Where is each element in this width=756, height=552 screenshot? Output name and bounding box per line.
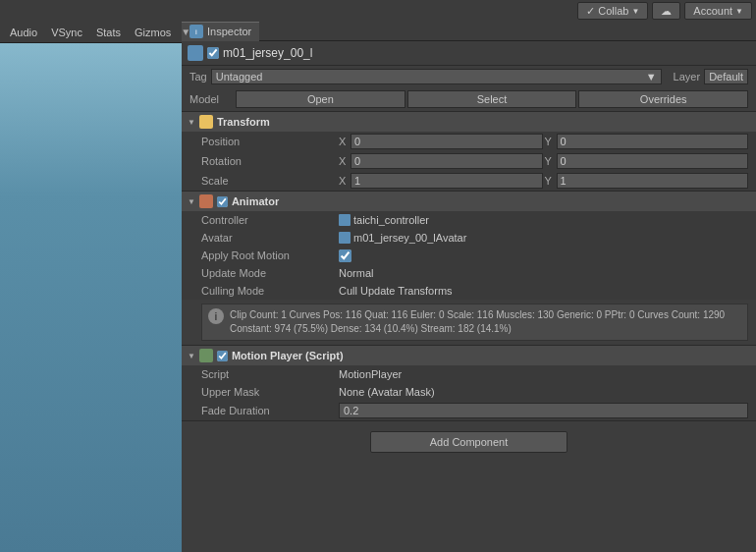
script-ref: MotionPlayer bbox=[339, 368, 748, 380]
position-y-axis: Y bbox=[545, 136, 555, 147]
script-value: MotionPlayer bbox=[339, 368, 402, 380]
controller-label: Controller bbox=[201, 214, 339, 226]
motion-player-enabled-checkbox[interactable] bbox=[217, 351, 228, 361]
position-x-input[interactable]: 0 bbox=[351, 134, 543, 149]
gizmos-arrow: ▼ bbox=[181, 27, 190, 37]
select-button[interactable]: Select bbox=[407, 90, 577, 108]
transform-name: Transform bbox=[217, 116, 270, 128]
transform-icon bbox=[199, 115, 213, 129]
rotation-y-field: Y 0 bbox=[545, 153, 749, 169]
animator-collapse: ▼ bbox=[188, 197, 195, 206]
motion-player-header[interactable]: ▼ Motion Player (Script) bbox=[182, 346, 756, 365]
apply-root-motion-label: Apply Root Motion bbox=[201, 249, 339, 261]
model-label: Model bbox=[189, 93, 234, 105]
open-button[interactable]: Open bbox=[236, 90, 405, 108]
account-arrow: ▼ bbox=[735, 7, 743, 16]
position-y-input[interactable]: 0 bbox=[557, 134, 749, 149]
scale-x-axis: X bbox=[339, 175, 349, 187]
scene-view bbox=[0, 43, 182, 552]
motion-player-icon bbox=[199, 349, 213, 362]
layer-value: Default bbox=[709, 71, 743, 83]
scale-y-axis: Y bbox=[545, 175, 555, 187]
avatar-ref-icon bbox=[339, 232, 351, 244]
scale-y-field: Y 1 bbox=[545, 173, 749, 189]
gameobject-active-checkbox[interactable] bbox=[207, 47, 219, 59]
layer-label: Layer bbox=[674, 71, 701, 83]
rotation-y-input[interactable]: 0 bbox=[557, 153, 749, 169]
tag-dropdown[interactable]: Untagged ▼ bbox=[211, 69, 662, 84]
fade-duration-input[interactable]: 0.2 bbox=[339, 403, 748, 418]
scale-x-field: X 1 bbox=[339, 173, 543, 189]
collab-button[interactable]: ✓ Collab ▼ bbox=[577, 2, 648, 20]
rotation-label: Rotation bbox=[201, 155, 339, 167]
position-fields: X 0 Y 0 bbox=[339, 134, 748, 149]
fade-duration-row: Fade Duration 0.2 bbox=[182, 401, 756, 420]
rotation-x-input[interactable]: 0 bbox=[351, 153, 543, 169]
animator-enabled-checkbox[interactable] bbox=[217, 196, 228, 207]
upper-mask-value: None (Avatar Mask) bbox=[339, 386, 748, 398]
collab-label: Collab bbox=[598, 5, 628, 17]
culling-mode-value: Cull Update Transforms bbox=[339, 285, 748, 297]
scale-row: Scale X 1 Y 1 bbox=[182, 171, 756, 191]
add-component-button[interactable]: Add Component bbox=[370, 431, 568, 453]
script-label: Script bbox=[201, 368, 339, 380]
inspector-tab[interactable]: i Inspector bbox=[182, 22, 259, 41]
left-panel: Audio VSync Stats Gizmos ▼ bbox=[0, 22, 182, 552]
position-label: Position bbox=[201, 136, 339, 147]
update-mode-row: Update Mode Normal bbox=[182, 264, 756, 282]
model-row: Model Open Select Overrides bbox=[182, 87, 756, 112]
apply-root-motion-row: Apply Root Motion bbox=[182, 247, 756, 264]
scale-fields: X 1 Y 1 bbox=[339, 173, 748, 189]
tag-label: Tag bbox=[189, 71, 207, 83]
update-mode-value: Normal bbox=[339, 267, 748, 279]
culling-mode-label: Culling Mode bbox=[201, 285, 339, 297]
collab-arrow: ▼ bbox=[631, 7, 639, 16]
top-bar: ✓ Collab ▼ ☁ Account ▼ bbox=[0, 0, 756, 22]
position-row: Position X 0 Y 0 bbox=[182, 132, 756, 151]
position-y-field: Y 0 bbox=[545, 134, 749, 149]
upper-mask-row: Upper Mask None (Avatar Mask) bbox=[182, 383, 756, 401]
avatar-ref: m01_jersey_00_lAvatar bbox=[339, 232, 748, 244]
tag-value: Untagged bbox=[216, 71, 263, 83]
rotation-x-field: X 0 bbox=[339, 153, 543, 169]
scale-label: Scale bbox=[201, 175, 339, 187]
vsync-menu[interactable]: VSync bbox=[45, 25, 88, 40]
animator-component: ▼ Animator Controller taichi_controller … bbox=[182, 192, 756, 346]
tag-arrow: ▼ bbox=[646, 71, 657, 83]
transform-collapse: ▼ bbox=[188, 118, 195, 127]
animator-header[interactable]: ▼ Animator bbox=[182, 192, 756, 211]
controller-value: taichi_controller bbox=[353, 214, 429, 226]
scale-x-input[interactable]: 1 bbox=[351, 173, 543, 189]
rotation-x-axis: X bbox=[339, 155, 349, 167]
left-menu-bar: Audio VSync Stats Gizmos ▼ bbox=[0, 22, 182, 43]
controller-ref: taichi_controller bbox=[339, 214, 748, 226]
gizmos-menu[interactable]: Gizmos bbox=[129, 25, 177, 40]
account-button[interactable]: Account ▼ bbox=[684, 2, 752, 20]
update-mode-label: Update Mode bbox=[201, 267, 339, 279]
tag-layer-row: Tag Untagged ▼ Layer Default bbox=[182, 66, 756, 87]
layer-dropdown[interactable]: Default bbox=[704, 69, 748, 84]
controller-ref-icon bbox=[339, 214, 351, 226]
avatar-row: Avatar m01_jersey_00_lAvatar bbox=[182, 229, 756, 247]
apply-root-motion-checkbox[interactable] bbox=[339, 249, 351, 262]
cloud-button[interactable]: ☁ bbox=[652, 2, 680, 20]
stats-menu[interactable]: Stats bbox=[90, 25, 127, 40]
motion-player-name: Motion Player (Script) bbox=[232, 350, 344, 361]
avatar-label: Avatar bbox=[201, 232, 339, 244]
position-x-field: X 0 bbox=[339, 134, 543, 149]
audio-menu[interactable]: Audio bbox=[4, 25, 43, 40]
motion-player-component: ▼ Motion Player (Script) Script MotionPl… bbox=[182, 346, 756, 421]
animator-icon bbox=[199, 194, 213, 208]
transform-component: ▼ Transform Position X 0 Y 0 bbox=[182, 112, 756, 192]
script-row: Script MotionPlayer bbox=[182, 365, 756, 383]
overrides-button[interactable]: Overrides bbox=[578, 90, 748, 108]
scale-y-input[interactable]: 1 bbox=[557, 173, 749, 189]
cloud-icon: ☁ bbox=[661, 5, 672, 18]
rotation-fields: X 0 Y 0 bbox=[339, 153, 748, 169]
transform-header[interactable]: ▼ Transform bbox=[182, 112, 756, 132]
inspector-tab-icon: i bbox=[189, 25, 203, 38]
tab-bar: i Inspector bbox=[182, 22, 756, 41]
controller-row: Controller taichi_controller bbox=[182, 211, 756, 229]
culling-mode-row: Culling Mode Cull Update Transforms bbox=[182, 282, 756, 300]
position-x-axis: X bbox=[339, 136, 349, 147]
